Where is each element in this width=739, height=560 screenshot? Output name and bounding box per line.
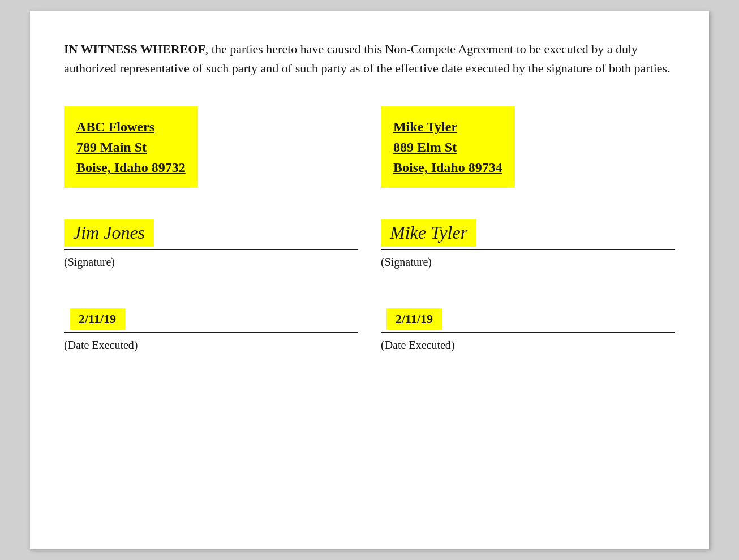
right-signature-label: (Signature) [381, 256, 675, 269]
right-signature-line [381, 249, 675, 250]
left-date-area: 2/11/19 (Date Executed) [64, 308, 358, 352]
left-address-line1: ABC Flowers [76, 117, 186, 137]
left-signature-line [64, 249, 358, 250]
right-address-line1: Mike Tyler [393, 117, 502, 137]
right-date-highlight: 2/11/19 [386, 308, 442, 330]
right-signature-highlight: Mike Tyler [381, 219, 476, 247]
left-party-column: ABC Flowers 789 Main St Boise, Idaho 897… [64, 106, 358, 352]
document: IN WITNESS WHEREOF, the parties hereto h… [30, 11, 709, 549]
right-address-box: Mike Tyler 889 Elm St Boise, Idaho 89734 [381, 106, 515, 188]
right-party-column: Mike Tyler 889 Elm St Boise, Idaho 89734… [381, 106, 675, 352]
right-signature-area: Mike Tyler (Signature) [381, 219, 675, 291]
intro-bold: IN WITNESS WHEREOF [64, 42, 205, 56]
left-signature-label: (Signature) [64, 256, 358, 269]
left-address-line2: 789 Main St [76, 137, 186, 157]
left-date-highlight: 2/11/19 [70, 308, 125, 330]
right-date-value: 2/11/19 [396, 312, 433, 326]
right-date-area: 2/11/19 (Date Executed) [381, 308, 675, 352]
left-signature-highlight: Jim Jones [64, 219, 154, 247]
right-address-line3: Boise, Idaho 89734 [393, 157, 502, 178]
left-date-label: (Date Executed) [64, 339, 358, 352]
left-address-box: ABC Flowers 789 Main St Boise, Idaho 897… [64, 106, 198, 188]
signature-section: ABC Flowers 789 Main St Boise, Idaho 897… [64, 106, 675, 352]
left-date-line [64, 332, 358, 333]
left-address-line3: Boise, Idaho 89732 [76, 157, 186, 178]
right-date-label: (Date Executed) [381, 339, 675, 352]
left-signature-area: Jim Jones (Signature) [64, 219, 358, 291]
left-signature-text: Jim Jones [73, 222, 145, 243]
left-date-value: 2/11/19 [79, 312, 116, 326]
right-signature-text: Mike Tyler [390, 222, 467, 243]
right-address-line2: 889 Elm St [393, 137, 502, 157]
intro-paragraph: IN WITNESS WHEREOF, the parties hereto h… [64, 40, 675, 78]
right-date-line [381, 332, 675, 333]
